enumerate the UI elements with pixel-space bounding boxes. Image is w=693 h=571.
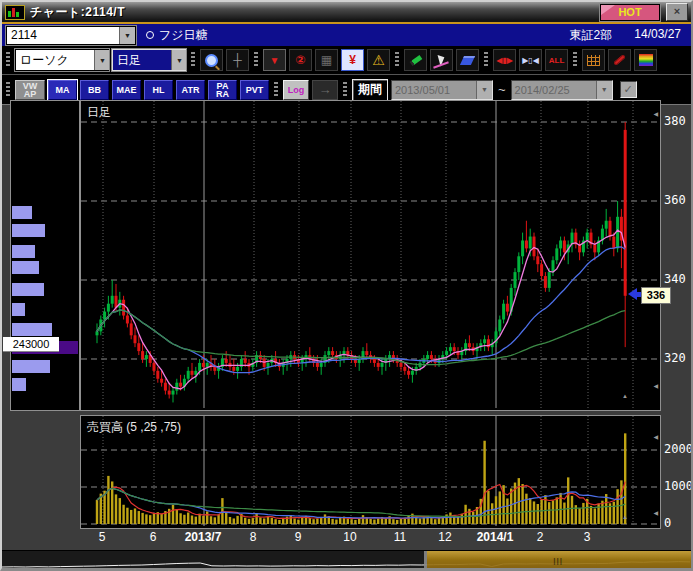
profile-bar (12, 323, 52, 336)
timeframe-select[interactable]: 日足 ▼ (112, 49, 186, 71)
show-all-icon[interactable]: ALL (545, 49, 568, 71)
y-axis-label: 320 (664, 351, 686, 365)
log-scale-button[interactable]: Log (283, 80, 309, 100)
hot-label: HOT (618, 6, 641, 18)
last-price-tag: 336 (641, 287, 671, 304)
warning-icon[interactable]: ⚠ (367, 49, 390, 71)
indicator-atr-button[interactable]: ATR (176, 80, 205, 100)
compare-zoom-icon[interactable]: ② (289, 49, 312, 71)
date-to-dropdown-icon[interactable]: ▼ (596, 81, 612, 99)
profile-bar (12, 360, 50, 373)
indicator-bb-button[interactable]: BB (80, 80, 109, 100)
color-palette-icon[interactable] (634, 49, 657, 71)
y-axis-label: 360 (664, 193, 686, 207)
scroll-up-icon[interactable]: ▲ (622, 393, 628, 399)
scroll-left-icon[interactable]: ◀ (653, 434, 658, 440)
profile-bar (12, 206, 32, 219)
toolbar-grip[interactable] (254, 52, 258, 68)
volume-pane-label: 売買高 (5 ,25 ,75) (87, 419, 181, 436)
toolbar-grip[interactable] (343, 82, 347, 98)
chart-region: 日足 ◀ ◀ ▲ 243000 336 380 360 340 320 売買高 … (2, 98, 691, 570)
date-from-dropdown-icon[interactable]: ▼ (476, 81, 492, 99)
volume-axis-label: 20000 (664, 442, 693, 456)
select-cursor-icon[interactable] (430, 49, 453, 71)
indicator-hl-button[interactable]: HL (144, 80, 173, 100)
title-bar[interactable]: チャート:2114/T HOT × (2, 2, 691, 22)
period-checkbox[interactable]: ✓ (620, 81, 637, 98)
zoom-icon[interactable] (200, 49, 223, 71)
toolbar-grip[interactable] (395, 52, 399, 68)
grid-icon[interactable]: ▦ (315, 49, 338, 71)
navigator-grip-icon[interactable]: ||| (553, 557, 565, 565)
volume-axis-label: 0 (664, 516, 671, 530)
redo-arrow-button[interactable]: → (312, 80, 338, 100)
y-axis-label: 380 (664, 114, 686, 128)
indicator-mae-button[interactable]: MAE (112, 80, 141, 100)
window-title: チャート:2114/T (30, 4, 125, 21)
chart-type-dropdown-icon[interactable]: ▼ (94, 50, 110, 70)
hot-corner-decoration (601, 5, 615, 15)
toolbar-grip[interactable] (191, 52, 195, 68)
date-from-value: 2013/05/01 (392, 84, 476, 96)
expand-bars-icon[interactable]: ◀▮▶ (493, 49, 516, 71)
chart-type-select[interactable]: ローソク ▼ (15, 49, 109, 71)
market-section: 東証2部 (570, 27, 613, 44)
date-range-tilde: ~ (498, 82, 506, 97)
volume-pane[interactable]: 売買高 (5 ,25 ,75) ◀ ◀ ▲ (80, 415, 661, 529)
price-yen-icon[interactable]: ¥ (341, 49, 364, 71)
app-chart-icon (5, 5, 25, 20)
symbol-dropdown-icon[interactable]: ▼ (119, 27, 135, 44)
close-button[interactable]: × (666, 3, 688, 21)
profile-bar (12, 224, 45, 237)
x-axis-label: 2014/1 (477, 530, 514, 544)
toolbar-main: ローソク ▼ 日足 ▼ ┼ ▼ ② ▦ ¥ ⚠ ◀▮▶ ▶▯◀ ALL (2, 46, 691, 75)
x-axis-label: 2013/7 (185, 530, 222, 544)
profile-bar (12, 283, 44, 296)
x-axis-label: 10 (343, 530, 356, 544)
toolbar-grip[interactable] (274, 82, 278, 98)
x-axis-label: 12 (438, 530, 451, 544)
scroll-left-icon[interactable]: ◀ (653, 510, 658, 516)
date-from-field[interactable]: 2013/05/01 ▼ (391, 80, 493, 100)
shrink-bars-icon[interactable]: ▶▯◀ (519, 49, 542, 71)
eraser-icon[interactable] (456, 49, 479, 71)
scroll-up-icon[interactable]: ▲ (622, 514, 628, 520)
symbol-value: 2114 (7, 28, 119, 42)
x-axis: 562013/7891011122014/123 (80, 530, 659, 547)
navigator-selection[interactable]: ||| (424, 551, 691, 571)
symbol-combobox[interactable]: 2114 ▼ (6, 26, 136, 45)
max-volume-tag: 243000 (3, 337, 59, 352)
timeframe-dropdown-icon[interactable]: ▼ (171, 50, 187, 70)
x-axis-label: 3 (584, 530, 591, 544)
net-icon[interactable] (582, 49, 605, 71)
scroll-left-icon[interactable]: ◀ (653, 383, 658, 389)
x-axis-label: 9 (295, 530, 302, 544)
profile-bar (12, 245, 35, 258)
indicator-para-button[interactable]: PARA (208, 80, 237, 100)
toolbar-grip[interactable] (573, 52, 577, 68)
draw-pencil-icon[interactable] (404, 49, 427, 71)
profile-bar (12, 261, 39, 274)
x-axis-label: 6 (150, 530, 157, 544)
chart-type-value: ローソク (16, 52, 94, 69)
toolbar-grip[interactable] (484, 52, 488, 68)
toolbar-grip[interactable] (6, 82, 10, 98)
price-chart-pane[interactable]: 日足 ◀ ◀ ▲ (80, 100, 661, 411)
volume-axis-label: 10000 (664, 479, 693, 493)
save-chart-icon[interactable]: ▼ (263, 49, 286, 71)
price-chart-svg[interactable] (81, 101, 658, 408)
indicator-vwap-button[interactable]: VWAP (15, 80, 45, 100)
toolbar-grip[interactable] (6, 52, 10, 68)
scroll-left-icon[interactable]: ◀ (653, 111, 658, 117)
settings-wrench-icon[interactable] (608, 49, 631, 71)
indicator-pvt-button[interactable]: PVT (240, 80, 269, 100)
date-to-field[interactable]: 2014/02/25 ▼ (511, 80, 613, 100)
x-axis-label: 5 (99, 530, 106, 544)
timeframe-value: 日足 (113, 52, 171, 69)
range-navigator[interactable]: ||| (2, 550, 691, 571)
volume-profile-pane[interactable] (10, 100, 80, 411)
crosshair-icon[interactable]: ┼ (226, 49, 249, 71)
indicator-ma-button[interactable]: MA (48, 80, 77, 100)
x-axis-label: 11 (394, 530, 406, 544)
hot-button[interactable]: HOT (600, 4, 660, 21)
